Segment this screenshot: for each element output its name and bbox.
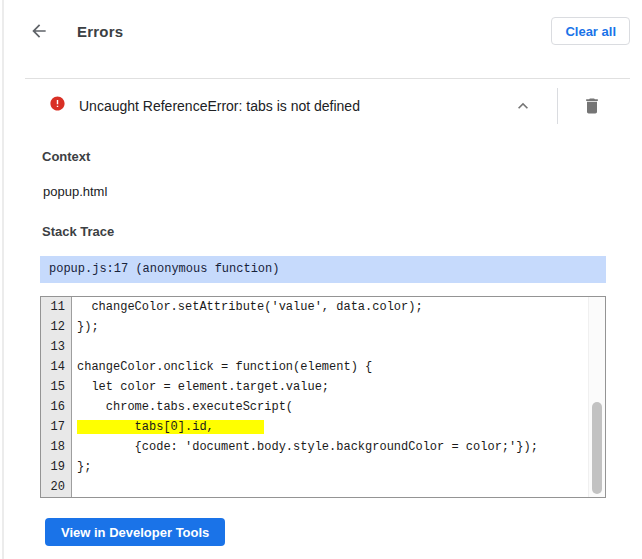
code-line: 14 changeColor.onclick = function(elemen… <box>41 357 605 377</box>
line-number: 19 <box>41 457 72 477</box>
code-line: 19 }; <box>41 457 605 477</box>
error-icon <box>49 95 66 116</box>
code-viewer[interactable]: 11 changeColor.setAttribute('value', dat… <box>40 296 606 498</box>
code-line: 11 changeColor.setAttribute('value', dat… <box>41 297 605 317</box>
line-number: 16 <box>41 397 72 417</box>
line-text: }; <box>72 457 605 477</box>
errors-header: Errors Clear all <box>25 0 630 62</box>
line-text <box>72 477 605 497</box>
code-line: 20 <box>41 477 605 497</box>
line-number: 14 <box>41 357 72 377</box>
line-text: {code: 'document.body.style.backgroundCo… <box>72 437 605 457</box>
line-number: 20 <box>41 477 72 497</box>
line-number: 17 <box>41 417 72 437</box>
errors-page: Errors Clear all Uncaught ReferenceError… <box>0 0 642 546</box>
error-entry-row[interactable]: Uncaught ReferenceError: tabs is not def… <box>25 87 630 124</box>
clear-all-button[interactable]: Clear all <box>551 17 630 45</box>
code-line: 12 }); <box>41 317 605 337</box>
context-heading: Context <box>42 149 630 164</box>
code-lines: 11 changeColor.setAttribute('value', dat… <box>41 297 605 497</box>
stack-trace-heading: Stack Trace <box>42 224 630 239</box>
line-text: chrome.tabs.executeScript( <box>72 397 605 417</box>
line-number: 18 <box>41 437 72 457</box>
actions-divider <box>557 88 558 124</box>
code-line: 15 let color = element.target.value; <box>41 377 605 397</box>
code-line: 13 <box>41 337 605 357</box>
collapse-button[interactable] <box>509 92 537 120</box>
arrow-back-icon <box>29 21 49 41</box>
error-message: Uncaught ReferenceError: tabs is not def… <box>79 98 360 114</box>
code-scrollbar-thumb[interactable] <box>592 402 602 494</box>
back-button[interactable] <box>25 17 53 45</box>
line-text: let color = element.target.value; <box>72 377 605 397</box>
line-text: }); <box>72 317 605 337</box>
context-value: popup.html <box>43 184 630 199</box>
window-left-edge <box>2 0 4 559</box>
trash-icon <box>582 96 602 116</box>
view-in-devtools-button[interactable]: View in Developer Tools <box>45 518 225 546</box>
page-title: Errors <box>77 23 123 40</box>
line-text <box>72 337 605 357</box>
line-number: 11 <box>41 297 72 317</box>
code-line: 16 chrome.tabs.executeScript( <box>41 397 605 417</box>
line-text: changeColor.setAttribute('value', data.c… <box>72 297 605 317</box>
code-line: 18 {code: 'document.body.style.backgroun… <box>41 437 605 457</box>
delete-error-button[interactable] <box>578 92 606 120</box>
stack-frame-item[interactable]: popup.js:17 (anonymous function) <box>40 256 606 283</box>
line-text: changeColor.onclick = function(element) … <box>72 357 605 377</box>
error-row-actions <box>509 88 606 124</box>
line-text: tabs[0].id, <box>72 417 605 437</box>
line-number: 13 <box>41 337 72 357</box>
line-number: 15 <box>41 377 72 397</box>
code-line: 17 tabs[0].id, <box>41 417 605 437</box>
line-number: 12 <box>41 317 72 337</box>
code-scrollbar-track[interactable] <box>588 297 605 497</box>
header-divider <box>25 78 630 79</box>
chevron-up-icon <box>513 96 533 116</box>
